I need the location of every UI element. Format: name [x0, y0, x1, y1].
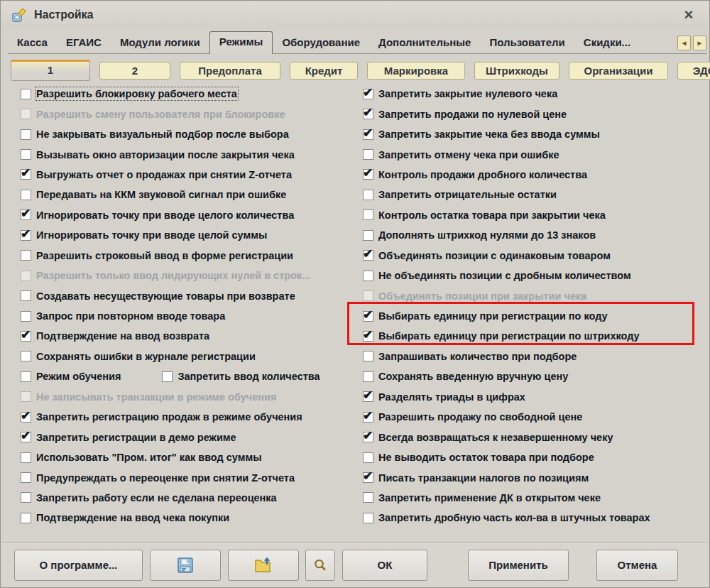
checkbox[interactable]	[21, 290, 31, 301]
checkbox-label[interactable]: Выбирать единицу при регистрации по штри…	[378, 330, 640, 342]
tab-scroll-right-icon[interactable]: ►	[693, 36, 706, 50]
tab-6[interactable]: Дополнительные	[369, 33, 480, 53]
checkbox-label[interactable]: Предупреждать о переоценке при снятии Z-…	[36, 472, 295, 484]
load-button[interactable]	[228, 550, 299, 581]
checkbox[interactable]	[363, 271, 373, 281]
checkbox-label[interactable]: Сохранять ошибки в журнале регистрации	[36, 351, 256, 362]
checkbox[interactable]: ✔	[363, 412, 373, 423]
checkbox[interactable]	[21, 351, 31, 361]
checkbox[interactable]	[21, 452, 31, 463]
tab-2[interactable]: ЕГАИС	[57, 33, 111, 53]
checkbox-label[interactable]: Запретить регистрацию продаж в режиме об…	[36, 411, 302, 423]
subtab-3[interactable]: Предоплата	[180, 62, 280, 80]
checkbox[interactable]	[21, 89, 31, 99]
tab-8[interactable]: Скидки...	[574, 33, 640, 53]
checkbox-label[interactable]: Запретить продажи по нулевой цене	[378, 109, 567, 120]
checkbox[interactable]: ✔	[21, 209, 31, 220]
save-button[interactable]	[150, 550, 221, 581]
checkbox[interactable]	[363, 149, 373, 160]
checkbox-label[interactable]: Игнорировать точку при вводе целой суммы	[36, 229, 267, 241]
checkbox[interactable]: ✔	[363, 129, 373, 140]
checkbox[interactable]	[363, 190, 373, 200]
tab-7[interactable]: Пользователи	[480, 33, 574, 53]
search-button[interactable]	[305, 550, 335, 581]
apply-button[interactable]: Применить	[468, 550, 569, 581]
checkbox[interactable]	[162, 371, 173, 382]
checkbox[interactable]: ✔	[21, 331, 31, 342]
checkbox[interactable]: ✔	[363, 169, 373, 180]
checkbox-label[interactable]: Разрешить продажу по свободной цене	[378, 411, 582, 423]
subtab-6[interactable]: Штрихкоды	[474, 62, 559, 80]
checkbox[interactable]	[21, 149, 31, 160]
checkbox-label[interactable]: Игнорировать точку при вводе целого коли…	[36, 209, 294, 221]
checkbox-label[interactable]: Запретить отрицательные остатки	[378, 189, 557, 200]
checkbox-label[interactable]: Разделять триады в цифрах	[378, 391, 525, 403]
checkbox[interactable]	[21, 311, 31, 322]
checkbox[interactable]	[21, 250, 31, 261]
checkbox[interactable]	[21, 371, 31, 382]
checkbox-label[interactable]: Контроль остатка товара при закрытии чек…	[378, 209, 606, 221]
tab-scroll-left-icon[interactable]: ◄	[677, 36, 691, 50]
checkbox-label[interactable]: Не выводить остаток товара при подборе	[378, 452, 594, 463]
checkbox-label[interactable]: Запретить ввод количества	[178, 371, 320, 382]
tab-3[interactable]: Модули логики	[111, 33, 209, 53]
checkbox-label[interactable]: Передавать на ККМ звуковой сигнал при ош…	[36, 189, 286, 200]
checkbox-label[interactable]: Запретить регистрации в демо режиме	[36, 432, 236, 443]
checkbox-label[interactable]: Запрос при повторном вводе товара	[36, 310, 225, 322]
checkbox-label[interactable]: Создавать несуществующие товары при возв…	[36, 290, 295, 302]
tab-5[interactable]: Оборудование	[273, 33, 369, 53]
ok-button[interactable]: ОК	[342, 550, 427, 581]
subtab-5[interactable]: Маркировка	[367, 62, 465, 80]
checkbox[interactable]: ✔	[21, 412, 31, 423]
checkbox[interactable]	[363, 452, 373, 463]
checkbox-label[interactable]: Объединять позиции с одинаковым товаром	[378, 250, 611, 261]
checkbox-label[interactable]: Запрашивать количество при подборе	[378, 351, 577, 362]
checkbox[interactable]	[21, 190, 31, 200]
subtab-4[interactable]: Кредит	[290, 62, 358, 80]
checkbox-label[interactable]: Выбирать единицу при регистрации по коду	[378, 310, 608, 322]
subtab-1[interactable]: 1	[11, 60, 90, 81]
checkbox-label[interactable]: Всегда возвращаться к незавершенному чек…	[378, 432, 613, 443]
checkbox[interactable]: ✔	[363, 109, 373, 119]
checkbox-label[interactable]: Запретить отмену чека при ошибке	[378, 149, 559, 160]
checkbox-label[interactable]: Запретить закрытие чека без ввода суммы	[378, 129, 600, 140]
checkbox-label[interactable]: Писать транзакции налогов по позициям	[378, 472, 589, 484]
checkbox-label[interactable]: Контроль продажи дробного количества	[378, 169, 587, 180]
checkbox[interactable]: ✔	[363, 311, 373, 322]
checkbox-label[interactable]: Использовать "Пром. итог" как ввод суммы	[36, 452, 262, 463]
checkbox-label[interactable]: Запретить закрытие нулевого чека	[378, 88, 557, 99]
checkbox[interactable]: ✔	[21, 230, 31, 241]
checkbox[interactable]: ✔	[21, 169, 31, 180]
subtab-7[interactable]: Организации	[569, 62, 668, 80]
checkbox[interactable]	[363, 371, 373, 382]
checkbox-label[interactable]: Выгружать отчет о продажах при снятии Z-…	[36, 169, 292, 180]
checkbox[interactable]	[363, 230, 373, 241]
checkbox-label[interactable]: Не закрывать визуальный подбор после выб…	[36, 129, 289, 140]
checkbox[interactable]	[21, 513, 31, 523]
checkbox[interactable]: ✔	[363, 331, 373, 342]
checkbox-label[interactable]: Сохранять введенную вручную цену	[378, 371, 568, 382]
checkbox[interactable]	[363, 492, 373, 503]
checkbox[interactable]	[363, 351, 373, 361]
checkbox[interactable]	[21, 129, 31, 140]
checkbox[interactable]: ✔	[363, 89, 373, 99]
subtab-8[interactable]: ЭДО	[677, 62, 710, 80]
checkbox-label[interactable]: Вызывать окно авторизации после закрытия…	[36, 149, 295, 160]
checkbox-label[interactable]: Разрешить блокировку рабочего места	[36, 88, 237, 99]
checkbox[interactable]	[21, 492, 31, 503]
cancel-button[interactable]: Отмена	[596, 550, 678, 581]
checkbox[interactable]: ✔	[363, 472, 373, 483]
checkbox-label[interactable]: Не объединять позиции с дробным количест…	[378, 270, 631, 281]
checkbox[interactable]	[363, 209, 373, 220]
checkbox-label[interactable]: Дополнять штрихкод нулями до 13 знаков	[378, 229, 596, 241]
checkbox-label[interactable]: Режим обучения	[36, 371, 121, 382]
tab-4[interactable]: Режимы	[209, 31, 273, 54]
checkbox[interactable]	[21, 472, 31, 483]
tab-1[interactable]: Касса	[8, 33, 57, 53]
about-button[interactable]: О программе...	[14, 550, 143, 581]
checkbox[interactable]	[363, 513, 373, 523]
checkbox-label[interactable]: Разрешить строковый ввод в форме регистр…	[36, 250, 293, 261]
checkbox-label[interactable]: Подтверждение на ввод возврата	[36, 330, 209, 342]
checkbox-label[interactable]: Запретить применение ДК в открытом чеке	[378, 492, 601, 503]
checkbox[interactable]: ✔	[363, 391, 373, 402]
